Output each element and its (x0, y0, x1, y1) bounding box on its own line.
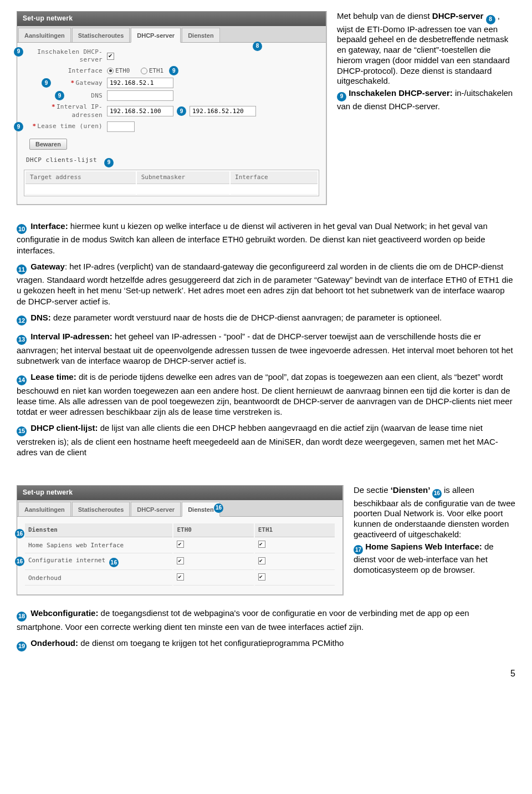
services-panel: Set-up netwerk Aansluitingen Statischero… (17, 485, 344, 596)
side-text-services: De sectie ‘Diensten’ 16 is alleen beschi… (354, 485, 515, 596)
services-table: Diensten ETH0 ETH1 Home Sapiens web Inte… (24, 522, 336, 587)
col-services: Diensten (25, 523, 172, 537)
lbl-enable: Inschakelen DHCP-server (24, 48, 107, 64)
marker-16b: 16 (15, 529, 24, 538)
tab2-dhcp-server[interactable]: DHCP-server (131, 502, 181, 516)
clients-list-title: DHCP clients-lijst (26, 156, 97, 164)
side-text-dhcp: Met behulp van de dienst DHCP-server 8 ,… (337, 11, 515, 205)
radio-eth1[interactable] (141, 68, 147, 74)
gateway-input[interactable] (107, 78, 173, 88)
para-12: 12 DNS: deze parameter wordt verstuurd n… (17, 312, 515, 326)
tabs: Aansluitingen Statischeroutes DHCP-serve… (17, 26, 326, 43)
tab2-connections[interactable]: Aansluitingen (18, 502, 71, 516)
interval-start-input[interactable] (107, 106, 173, 116)
marker-9f: 9 (14, 122, 23, 131)
lbl-gateway: Gateway (76, 79, 103, 86)
chk-ci-eth1[interactable] (258, 557, 265, 564)
dhcp-server-panel: Set-up netwerk Aansluitingen Statischero… (17, 11, 327, 205)
col-subnet: Subnetmasker (137, 171, 229, 184)
enable-checkbox[interactable] (107, 53, 114, 60)
row-maintenance: Onderhoud (25, 571, 335, 586)
col-target: Target address (25, 171, 136, 184)
marker-17: 17 (354, 545, 363, 554)
chk-hs-eth1[interactable] (258, 541, 265, 548)
row-home-sapiens: Home Sapiens web Interface (25, 538, 335, 553)
marker-16d: 16 (109, 558, 119, 567)
para-11: 11 Gateway: het IP-adres (verplicht) van… (17, 261, 515, 307)
lbl-dns: DNS (24, 92, 107, 100)
panel2-title: Set-up netwerk (17, 486, 342, 500)
chk-m-eth0[interactable] (177, 573, 184, 581)
para-19: 19 Onderhoud: de dienst om toegang te kr… (17, 638, 515, 652)
save-button[interactable]: Bewaren (29, 139, 67, 150)
tab-dhcp-server[interactable]: DHCP-server (131, 28, 181, 43)
marker-8-text: 8 (486, 15, 495, 24)
interval-end-input[interactable] (190, 106, 256, 116)
marker-9g: 9 (104, 158, 114, 167)
iface-radios[interactable]: ETH0 ETH1 (107, 67, 163, 75)
marker-9e: 9 (177, 106, 186, 116)
chk-hs-eth0[interactable] (177, 541, 184, 548)
col-iface: Interface (231, 171, 318, 184)
tab-services[interactable]: Diensten (182, 28, 219, 42)
chk-ci-eth0[interactable] (177, 557, 184, 564)
radio-eth0[interactable] (107, 68, 114, 74)
para-13: 13 Interval IP-adressen: het geheel van … (17, 331, 515, 366)
para-10: 10 Interface: hiermee kunt u kiezen op w… (17, 221, 515, 256)
para-18: 18 Webconfiguratie: de toegangsdienst to… (17, 608, 515, 632)
panel-title: Set-up netwerk (17, 12, 326, 26)
marker-16-text: 16 (432, 489, 442, 498)
tab-connections[interactable]: Aansluitingen (18, 28, 71, 42)
chk-m-eth1[interactable] (258, 573, 265, 581)
lease-input[interactable] (107, 121, 135, 132)
para-14: 14 Lease time: dit is de periode tijdens… (17, 371, 515, 417)
tab2-static-routes[interactable]: Statischeroutes (72, 502, 130, 516)
dns-input[interactable] (107, 90, 173, 101)
lbl-lease: Lease time (uren) (37, 123, 103, 130)
marker-9-text: 9 (337, 92, 346, 101)
lbl-interval: Interval IP-adressen (57, 103, 103, 118)
clients-table: Target address Subnetmasker Interface (24, 170, 319, 196)
marker-16a: 16 (214, 503, 223, 513)
page-number: 5 (17, 668, 515, 680)
lbl-interface: Interface (24, 67, 107, 75)
col-eth1: ETH1 (255, 523, 335, 537)
tabs2: Aansluitingen Statischeroutes DHCP-serve… (17, 500, 342, 517)
col-eth0: ETH0 (173, 523, 253, 537)
marker-9b: 9 (169, 66, 178, 75)
para-15: 15 DHCP client-lijst: de lijst van alle … (17, 423, 515, 457)
row-config-internet: Configuratie internet 16 (25, 554, 335, 571)
marker-16c: 16 (15, 557, 24, 566)
marker-9a: 9 (14, 47, 23, 57)
tab-static-routes[interactable]: Statischeroutes (72, 28, 130, 42)
